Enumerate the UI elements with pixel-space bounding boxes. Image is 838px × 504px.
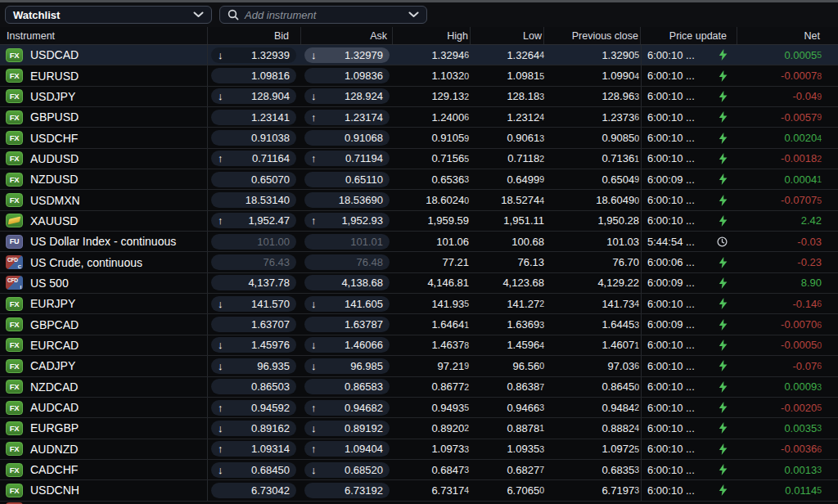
instrument-cell: FX NZDUSD: [0, 169, 208, 189]
high-value: 0.71565: [393, 149, 471, 169]
ask-button[interactable]: ↓ 128.924: [304, 88, 390, 104]
bid-button[interactable]: 1.63707: [211, 317, 296, 332]
instrument-cell: FX USDJPY: [0, 87, 208, 106]
table-row[interactable]: FX USDMXN 18.53140 18.53690 18.60240 18.…: [0, 190, 838, 210]
ask-button[interactable]: ↑ 0.94682: [304, 400, 390, 416]
ask-button[interactable]: ↑ 1,952.93: [304, 213, 390, 228]
bid-button[interactable]: ↓ 128.904: [211, 88, 296, 104]
column-header-low[interactable]: Low: [471, 27, 544, 44]
ask-button[interactable]: 4,138.68: [304, 275, 390, 290]
table-row[interactable]: FX CADCHF ↓ 0.68450 ↓ 0.68520 0.68473 0.…: [0, 460, 838, 480]
bid-button[interactable]: ↓ 0.89162: [211, 421, 296, 436]
table-row[interactable]: FX NZDUSD 0.65070 0.65110 0.65363 0.6499…: [0, 169, 838, 190]
table-row[interactable]: FX USDCNH 6.73042 6.73192 6.73174 6.7065…: [0, 480, 838, 501]
instrument-cell: FX CADJPY: [0, 356, 208, 376]
price-down-icon: ↓: [311, 361, 317, 371]
bid-button[interactable]: 6.73042: [211, 483, 296, 498]
table-row[interactable]: FX NZDCAD 0.86503 0.86583 0.86772 0.8638…: [0, 377, 838, 398]
ask-button[interactable]: 0.86583: [304, 379, 390, 394]
instrument-type-badge: FX: [6, 89, 23, 103]
table-row[interactable]: FU US Dollar Index - continuous 101.00 1…: [0, 232, 838, 252]
bid-button[interactable]: ↑ 1.09314: [211, 441, 296, 457]
table-row[interactable]: CFDI US 500 4,137.78 4,138.68 4,146.81 4…: [0, 273, 838, 294]
column-header-ask[interactable]: Ask: [301, 27, 393, 44]
bid-cell: ↑ 1.09314: [208, 439, 301, 459]
ask-button[interactable]: ↑ 1.23174: [304, 110, 390, 125]
search-icon: [228, 9, 239, 20]
ask-button[interactable]: ↓ 1.32979: [304, 47, 390, 63]
ask-button[interactable]: ↓ 96.985: [304, 358, 390, 374]
table-row[interactable]: FX AUDCAD ↑ 0.94592 ↑ 0.94682 0.94935 0.…: [0, 398, 838, 418]
bid-button[interactable]: 1.23141: [211, 110, 296, 125]
price-update-time: 6:00:10 ...: [647, 152, 695, 164]
column-header-bid[interactable]: Bid: [208, 27, 301, 44]
table-row[interactable]: FX EURJPY ↓ 141.570 ↓ 141.605 141.935 14…: [0, 294, 838, 314]
high-value: 0.86772: [393, 377, 471, 397]
ask-button[interactable]: ↓ 0.89192: [304, 421, 390, 436]
table-row[interactable]: FX GBPUSD 1.23141 ↑ 1.23174 1.24006 1.23…: [0, 107, 838, 128]
column-header-high[interactable]: High: [393, 27, 471, 44]
previous-close-value: 101.03: [544, 232, 641, 251]
table-row[interactable]: FX USDJPY ↓ 128.904 ↓ 128.924 129.132 12…: [0, 87, 838, 107]
bid-button[interactable]: 101.00: [211, 234, 296, 250]
column-header-instrument[interactable]: Instrument: [0, 27, 208, 44]
ask-button[interactable]: 0.91068: [304, 130, 390, 146]
ask-button[interactable]: ↑ 1.09404: [304, 441, 390, 457]
lightning-bolt-icon: [719, 360, 728, 371]
ask-cell: 6.73192: [301, 480, 393, 500]
table-row[interactable]: FX CADJPY ↓ 96.935 ↓ 96.985 97.219 96.56…: [0, 356, 838, 376]
bid-button[interactable]: ↑ 1,952.47: [211, 213, 296, 228]
lightning-bolt-icon: [719, 257, 728, 268]
price-update-time: 6:00:10 ...: [647, 70, 695, 82]
column-header-net[interactable]: Net: [737, 27, 822, 44]
instrument-name: EURUSD: [30, 70, 79, 83]
table-row[interactable]: FX USDCAD ↓ 1.32939 ↓ 1.32979 1.32946 1.…: [0, 45, 838, 65]
ask-button[interactable]: ↓ 1.46066: [304, 337, 390, 353]
table-row[interactable]: FX EURUSD 1.09816 1.09836 1.10320 1.0981…: [0, 65, 838, 86]
bid-button[interactable]: 0.65070: [211, 172, 296, 187]
bid-button[interactable]: ↓ 1.45976: [211, 337, 296, 353]
column-header-previous-close[interactable]: Previous close: [544, 27, 641, 44]
table-row[interactable]: FX EURCAD ↓ 1.45976 ↓ 1.46066 1.46378 1.…: [0, 335, 838, 356]
column-header-price-update[interactable]: Price update: [641, 27, 737, 44]
ask-button[interactable]: 101.01: [304, 234, 390, 250]
ask-button[interactable]: ↑ 0.71194: [304, 151, 390, 166]
table-row[interactable]: XAUUSD ↑ 1,952.47 ↑ 1,952.93 1,959.59 1,…: [0, 211, 838, 232]
price-update-time: 6:00:10 ...: [647, 484, 695, 497]
ask-button[interactable]: ↓ 0.68520: [304, 462, 390, 478]
high-value: 1.32946: [393, 45, 471, 65]
ask-button[interactable]: 18.53690: [304, 192, 390, 208]
table-row[interactable]: FX EURGBP ↓ 0.89162 ↓ 0.89192 0.89202 0.…: [0, 418, 838, 439]
ask-button[interactable]: 76.48: [304, 254, 390, 270]
ask-button[interactable]: 6.73192: [304, 483, 390, 498]
table-row[interactable]: FX AUDNZD ↑ 1.09314 ↑ 1.09404 1.09733 1.…: [0, 439, 838, 460]
bid-button[interactable]: ↓ 96.935: [211, 358, 296, 374]
instrument-cell: FX AUDNZD: [0, 439, 208, 459]
table-row[interactable]: CFDC US Crude, continuous 76.43 76.48 77…: [0, 252, 838, 272]
bid-button[interactable]: ↑ 0.94592: [211, 400, 296, 416]
bid-button[interactable]: 18.53140: [211, 192, 296, 208]
table-row[interactable]: FX AUDUSD ↑ 0.71164 ↑ 0.71194 0.71565 0.…: [0, 149, 838, 169]
ask-button[interactable]: ↓ 141.605: [304, 296, 390, 312]
bid-button[interactable]: 76.43: [211, 254, 296, 270]
add-instrument-search[interactable]: Add instrument: [219, 6, 427, 24]
table-row[interactable]: FX USDCHF 0.91038 0.91068 0.91059 0.9061…: [0, 128, 838, 148]
ask-button[interactable]: 0.65110: [304, 172, 390, 187]
ask-button[interactable]: 1.63787: [304, 317, 390, 332]
bid-button[interactable]: ↓ 1.32939: [211, 47, 296, 63]
price-update-time: 6:00:10 ...: [647, 298, 695, 310]
bid-button[interactable]: ↑ 0.71164: [211, 151, 296, 166]
bid-button[interactable]: ↓ 0.68450: [211, 462, 296, 478]
table-row[interactable]: FX GBPCAD 1.63707 1.63787 1.64641 1.6369…: [0, 314, 838, 335]
bid-button[interactable]: 4,137.78: [211, 275, 296, 290]
bid-button[interactable]: 0.86503: [211, 379, 296, 394]
bid-button[interactable]: ↓ 141.570: [211, 296, 296, 312]
low-value: 128.183: [471, 87, 544, 106]
previous-close-value: 1.46071: [544, 335, 641, 355]
watchlist-selector[interactable]: Watchlist: [5, 6, 212, 24]
bid-button[interactable]: 0.91038: [211, 130, 296, 146]
bid-button[interactable]: 1.09816: [211, 68, 296, 83]
ask-value: 1.23174: [345, 111, 383, 124]
ask-button[interactable]: 1.09836: [304, 68, 390, 83]
chevron-down-icon: [408, 11, 419, 18]
